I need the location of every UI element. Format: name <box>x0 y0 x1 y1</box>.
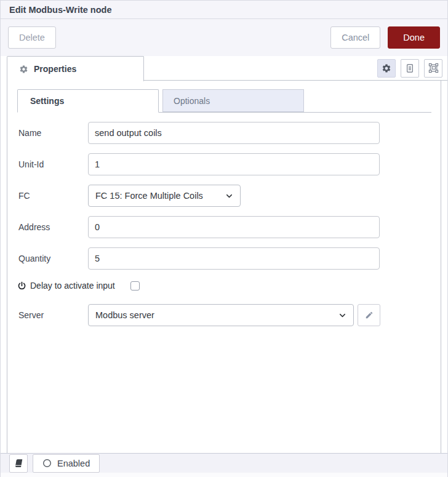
server-select-value: Modbus server <box>95 310 154 320</box>
properties-view-button[interactable] <box>377 59 396 78</box>
unit-id-input[interactable] <box>88 153 380 175</box>
tab-optionals[interactable]: Optionals <box>162 89 304 112</box>
unit-id-row: Unit-Id <box>17 153 431 175</box>
server-select[interactable]: Modbus server <box>88 304 354 326</box>
gear-icon <box>19 65 28 74</box>
settings-form: Name Unit-Id FC FC 15: Force Multiple Co… <box>17 122 431 326</box>
cancel-button[interactable]: Cancel <box>330 26 380 49</box>
address-input[interactable] <box>88 216 380 238</box>
server-edit-button[interactable] <box>358 304 380 326</box>
address-label: Address <box>17 222 88 232</box>
book-icon <box>14 459 23 468</box>
address-row: Address <box>17 216 431 238</box>
node-enabled-toggle[interactable]: Enabled <box>33 454 100 473</box>
dialog-title: Edit Modbus-Write node <box>9 5 111 15</box>
tab-settings[interactable]: Settings <box>17 89 159 113</box>
power-icon <box>17 281 26 291</box>
editor-tab-header: Properties <box>7 56 447 81</box>
properties-panel: Settings Optionals Name Unit-Id FC FC 15… <box>7 81 441 453</box>
tab-settings-label: Settings <box>30 96 64 106</box>
editor-toolbar <box>377 56 447 80</box>
tab-optionals-label: Optionals <box>174 96 210 106</box>
settings-tab-row: Settings Optionals <box>17 89 431 113</box>
pencil-icon <box>365 311 374 319</box>
delete-button[interactable]: Delete <box>8 26 56 49</box>
appearance-view-button[interactable] <box>424 59 442 78</box>
name-label: Name <box>17 128 88 138</box>
server-label: Server <box>17 310 88 320</box>
server-row: Server Modbus server <box>17 304 431 326</box>
delay-label: Delay to activate input <box>30 281 115 291</box>
dialog-footer: Enabled <box>1 453 447 473</box>
edit-node-dialog: Edit Modbus-Write node Delete Cancel Don… <box>0 0 448 477</box>
fc-select-value: FC 15: Force Multiple Coils <box>95 191 203 201</box>
quantity-label: Quantity <box>17 254 88 263</box>
done-button[interactable]: Done <box>388 26 440 49</box>
tab-properties[interactable]: Properties <box>7 56 144 81</box>
name-row: Name <box>17 122 431 144</box>
gear-icon <box>382 63 391 73</box>
delay-checkbox[interactable] <box>130 281 140 291</box>
chevron-down-icon <box>338 311 347 320</box>
unit-id-label: Unit-Id <box>17 159 88 169</box>
description-view-button[interactable] <box>401 59 419 78</box>
dialog-bottom-edge <box>1 473 447 477</box>
dialog-titlebar: Edit Modbus-Write node <box>1 1 447 19</box>
node-help-button[interactable] <box>9 454 28 473</box>
quantity-input[interactable] <box>88 247 380 270</box>
dialog-action-bar: Delete Cancel Done <box>1 19 447 56</box>
chevron-down-icon <box>225 191 234 201</box>
circle-icon <box>42 459 52 468</box>
delay-row: Delay to activate input <box>17 279 431 292</box>
fc-label: FC <box>17 191 88 201</box>
enabled-label: Enabled <box>57 459 90 468</box>
quantity-row: Quantity <box>17 247 431 270</box>
document-icon <box>405 63 415 73</box>
selection-frame-icon <box>428 63 439 73</box>
name-input[interactable] <box>88 122 380 144</box>
tab-properties-label: Properties <box>34 64 76 74</box>
fc-select[interactable]: FC 15: Force Multiple Coils <box>88 185 241 207</box>
fc-row: FC FC 15: Force Multiple Coils <box>17 185 431 207</box>
